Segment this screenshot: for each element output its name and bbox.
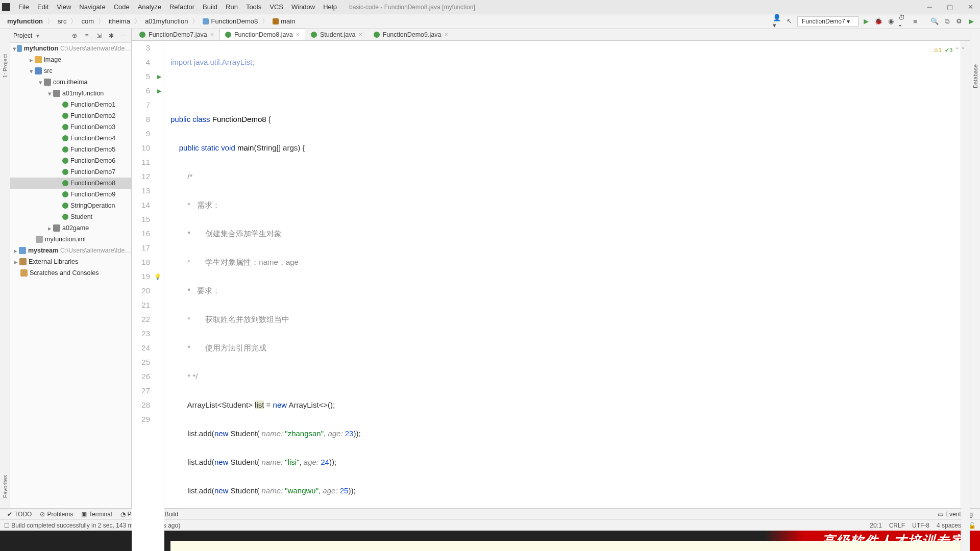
back-icon[interactable]: ↖	[785, 17, 794, 26]
intention-bulb-icon[interactable]: 💡	[154, 269, 161, 284]
editor: FunctionDemo7.java× FunctionDemo8.java× …	[132, 29, 970, 508]
tree-node-class[interactable]: FunctionDemo1	[10, 99, 131, 110]
menu-analyze[interactable]: Analyze	[134, 2, 165, 12]
expand-all-icon[interactable]: ≡	[82, 31, 91, 40]
title-bar: File Edit View Navigate Code Analyze Ref…	[0, 0, 980, 14]
tree-node-class[interactable]: FunctionDemo7	[10, 166, 131, 178]
maximize-icon[interactable]: ▢	[942, 3, 958, 11]
breadcrumb[interactable]: itheima	[106, 16, 133, 26]
search-everywhere-icon[interactable]: 🔍	[930, 17, 939, 26]
project-view-selector[interactable]: Project ▾	[13, 32, 39, 39]
run-configuration-selector[interactable]: FunctionDemo7 ▾	[797, 16, 859, 27]
collapse-all-icon[interactable]: ⇲	[94, 31, 104, 40]
breadcrumb[interactable]: FunctionDemo8	[200, 16, 261, 26]
select-opened-file-icon[interactable]: ⊕	[70, 31, 79, 40]
terminal-tab[interactable]: ▣ Terminal	[77, 510, 116, 519]
tree-node-class[interactable]: StringOperation	[10, 200, 131, 211]
database-tool-tab[interactable]: Database	[972, 64, 978, 88]
help-icon[interactable]: ▶	[967, 17, 976, 26]
coverage-icon[interactable]: ◉	[886, 17, 895, 26]
tree-node-class[interactable]: FunctionDemo6	[10, 155, 131, 166]
tree-node-package[interactable]: ▾a01myfunction	[10, 88, 131, 99]
close-icon[interactable]: ✕	[963, 3, 978, 11]
tree-node-module[interactable]: ▸mystreamC:\Users\alienware\Ide…	[10, 245, 131, 256]
todo-tab[interactable]: ✔ TODO	[3, 510, 36, 519]
tree-node-dir[interactable]: ▾src	[10, 65, 131, 77]
tree-node-libraries[interactable]: ▸External Libraries	[10, 256, 131, 267]
navigation-bar: myfunction 〉 src 〉 com 〉 itheima 〉 a01my…	[0, 14, 980, 29]
tree-node-class[interactable]: Student	[10, 211, 131, 222]
project-tool-tab[interactable]: 1: Project	[2, 54, 8, 78]
editor-tabs: FunctionDemo7.java× FunctionDemo8.java× …	[132, 29, 970, 41]
editor-tab[interactable]: Student.java×	[305, 29, 368, 40]
menu-build[interactable]: Build	[199, 2, 222, 12]
close-tab-icon[interactable]: ×	[296, 31, 300, 38]
editor-tab[interactable]: FunctionDemo8.java×	[219, 29, 305, 40]
breadcrumb[interactable]: myfunction	[4, 16, 46, 26]
tree-node-class[interactable]: FunctionDemo5	[10, 144, 131, 155]
settings-icon[interactable]: ⚙	[954, 17, 964, 26]
tree-node-class[interactable]: FunctionDemo8	[10, 178, 131, 189]
tree-node-dir[interactable]: ▸image	[10, 54, 131, 65]
tree-node-class[interactable]: FunctionDemo3	[10, 121, 131, 133]
project-tool-window: Project ▾ ⊕ ≡ ⇲ ✱ ─ ▾myfunctionC:\Users\…	[10, 29, 132, 508]
app-logo-icon	[2, 3, 10, 11]
debug-icon[interactable]: 🐞	[874, 17, 883, 26]
breadcrumb[interactable]: com	[78, 16, 97, 26]
tree-node-module[interactable]: ▾myfunctionC:\Users\alienware\Ide…	[10, 43, 131, 54]
tree-node-class[interactable]: FunctionDemo9	[10, 189, 131, 200]
problems-tab[interactable]: ⊘ Problems	[36, 510, 77, 519]
tree-node-package[interactable]: ▾com.itheima	[10, 77, 131, 88]
close-tab-icon[interactable]: ×	[444, 31, 448, 38]
menu-code[interactable]: Code	[110, 2, 134, 12]
editor-tab[interactable]: FunctionDemo9.java×	[368, 29, 454, 40]
menu-navigate[interactable]: Navigate	[75, 2, 109, 12]
settings-icon[interactable]: ✱	[107, 31, 116, 40]
menu-tools[interactable]: Tools	[242, 2, 265, 12]
menu-help[interactable]: Help	[319, 2, 341, 12]
menu-vcs[interactable]: VCS	[265, 2, 287, 12]
menu-edit[interactable]: Edit	[33, 2, 53, 12]
error-stripe[interactable]	[961, 41, 970, 551]
line-number-gutter: 3456789101112131415161718192021222324252…	[132, 41, 154, 551]
tree-node-scratches[interactable]: Scratches and Consoles	[10, 267, 131, 279]
menu-window[interactable]: Window	[287, 2, 319, 12]
breadcrumb[interactable]: a01myfunction	[142, 16, 191, 26]
tree-node-class[interactable]: FunctionDemo4	[10, 133, 131, 144]
close-tab-icon[interactable]: ×	[358, 31, 362, 38]
tree-node-package[interactable]: ▸a02game	[10, 222, 131, 234]
minimize-icon[interactable]: ─	[922, 3, 937, 11]
editor-tab[interactable]: FunctionDemo7.java×	[134, 29, 219, 40]
run-icon[interactable]: ▶	[862, 17, 871, 26]
tree-node-class[interactable]: FunctionDemo2	[10, 110, 131, 121]
profile-icon[interactable]: ⏱▾	[898, 17, 908, 26]
stop-icon[interactable]: ■	[911, 17, 920, 26]
breadcrumb[interactable]: src	[55, 16, 69, 26]
menu-file[interactable]: File	[14, 2, 33, 12]
code-editor[interactable]: ⚠1 ✔3 ˄˅ 3456789101112131415161718192021…	[132, 41, 970, 551]
menu-view[interactable]: View	[53, 2, 75, 12]
structure-tool-tab[interactable]: Favorites	[2, 475, 8, 498]
breadcrumb[interactable]: main	[270, 16, 298, 26]
settings-preview-icon[interactable]: ⧉	[942, 17, 951, 26]
add-config-icon[interactable]: 👤▾	[773, 17, 782, 26]
tree-node-file[interactable]: myfunction.iml	[10, 234, 131, 245]
close-tab-icon[interactable]: ×	[210, 31, 214, 38]
window-title-context: basic-code - FunctionDemo8.java [myfunct…	[349, 4, 475, 11]
run-gutter[interactable]: ▶▶💡	[154, 41, 164, 551]
hide-panel-icon[interactable]: ─	[119, 31, 128, 40]
menu-run[interactable]: Run	[222, 2, 242, 12]
menu-refactor[interactable]: Refactor	[165, 2, 199, 12]
